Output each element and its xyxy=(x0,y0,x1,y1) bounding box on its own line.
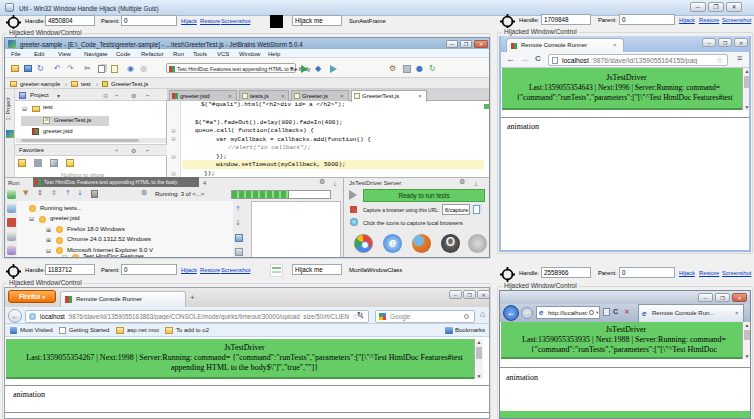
ws-favorites-settings-icon[interactable]: ⚙ xyxy=(131,146,136,155)
ws-help-icon[interactable]: ● xyxy=(416,64,423,73)
ws-run-tab[interactable]: Test HtmlDoc Features.test appending HTM… xyxy=(33,177,199,187)
hr1-handle-input[interactable]: 4850804 xyxy=(45,15,95,26)
cr-reload-icon[interactable]: C xyxy=(535,54,541,63)
ws-rerun-icon[interactable] xyxy=(7,190,16,199)
ie-compat-icon[interactable] xyxy=(603,308,610,316)
ws-redo-icon[interactable]: ↷ xyxy=(67,64,74,73)
hr3-screenshot-link[interactable]: Screenshot xyxy=(722,17,751,23)
cr-back-icon[interactable]: ← xyxy=(506,54,515,64)
ws-tab2-close-icon[interactable]: × xyxy=(281,93,285,99)
ws-fold-icon-2[interactable]: ⊖ xyxy=(171,135,176,142)
ws-menu-file[interactable]: File xyxy=(11,51,21,57)
ws-run-left-icon-2[interactable] xyxy=(7,204,16,213)
ff-search-box[interactable]: Google xyxy=(375,310,475,323)
ws-mid-down-icon[interactable]: ↓ xyxy=(235,219,241,228)
ws-save-icon[interactable] xyxy=(24,65,32,72)
hr2-screenshot-link[interactable]: Screenshot xyxy=(221,267,250,273)
ws-minimize-button[interactable]: ─ xyxy=(446,40,458,48)
ws-menu-help[interactable]: Help xyxy=(268,51,280,57)
ff-minimize-button[interactable]: ─ xyxy=(449,290,462,299)
ws-run-config-select[interactable]: Test HtmlDoc Features.test appending HTM… xyxy=(166,63,296,73)
ws-tree-feature-node[interactable]: Test HtmlDoc Features xyxy=(83,253,144,258)
ws-tree4-expander[interactable]: ⊟ xyxy=(46,247,51,254)
ie-back-button[interactable]: ← xyxy=(503,305,519,321)
ie-url-dropdown-icon[interactable]: ▾ xyxy=(596,310,598,315)
ws-mid-icon-3[interactable] xyxy=(235,234,243,242)
ff-close-button[interactable]: ✕ xyxy=(477,290,490,299)
ws-tool-strip-icon[interactable] xyxy=(6,130,14,138)
ws-browser-safari-icon[interactable] xyxy=(468,234,487,253)
ws-breadcrumb-file[interactable]: GreeterTest.js xyxy=(111,81,148,87)
ws-menu-window[interactable]: Window xyxy=(239,51,260,57)
app-minimize-button[interactable]: ─ xyxy=(690,2,706,12)
ff-bookmark-mostvisited[interactable]: Most Visited xyxy=(20,327,53,333)
ws-trash-icon[interactable] xyxy=(91,190,98,198)
ws-project-tool-label[interactable]: 1: Project xyxy=(5,97,11,120)
ws-open-icon[interactable] xyxy=(11,65,19,72)
ws-favorites-split-icon[interactable]: ÷ xyxy=(115,147,118,153)
ws-fav-add-icon[interactable] xyxy=(18,159,26,167)
ws-tab-greeter-js[interactable]: Greeter.js × xyxy=(291,90,349,101)
ws-expand-icon[interactable]: ⇳ xyxy=(51,189,57,198)
ws-run-left-icon-4[interactable] xyxy=(7,232,16,241)
ws-fav-stop-icon[interactable] xyxy=(34,159,42,167)
ie-search-icon[interactable] xyxy=(589,310,594,315)
ff-page-scrollbar[interactable]: ▲▼ xyxy=(474,339,483,379)
ws-tree-item-greetertest[interactable]: GreeterTest.js xyxy=(54,117,91,123)
ff-url-box[interactable]: localhost :9876/slave/id/1359055163863/p… xyxy=(25,310,369,323)
ff-app-button[interactable]: Firefox ▾ xyxy=(8,290,56,303)
ws-run-coverage-button[interactable] xyxy=(330,65,337,73)
ws-jstd-stop-icon[interactable] xyxy=(350,206,357,213)
ws-sync-icon[interactable]: ↻ xyxy=(37,64,44,73)
ws-jstd-run-button[interactable] xyxy=(349,190,357,200)
ws-fav-star-icon[interactable] xyxy=(66,159,74,167)
cr-star-icon[interactable]: ☆ xyxy=(716,56,723,65)
ws-project-settings-icon[interactable]: ⚙ xyxy=(131,91,136,100)
ie-maximize-button[interactable]: ❐ xyxy=(715,293,730,302)
ie-minimize-button[interactable]: ─ xyxy=(698,293,713,302)
ws-favorites-hide-icon[interactable]: ⌐ xyxy=(146,147,150,153)
ws-tree-chrome-node[interactable]: Chrome 24.0.1312.52 Windows xyxy=(67,236,151,242)
ws-tree3-expander[interactable]: ⊞ xyxy=(46,236,51,243)
hr4-screenshot-link[interactable]: Screenshot xyxy=(722,270,751,276)
ws-debug-button[interactable]: ◆ xyxy=(315,64,321,73)
hr1-hijack-me-input[interactable]: Hijack me xyxy=(292,15,342,26)
ws-project-collapse-icon[interactable]: ⊙ xyxy=(103,92,108,99)
ws-tab-greeter-jstd[interactable]: greeter.jstd × xyxy=(169,90,237,101)
ws-favorites-label[interactable]: Favorites xyxy=(19,147,44,153)
ws-browser-chrome-icon[interactable] xyxy=(354,234,373,253)
cr-maximize-button[interactable]: ❐ xyxy=(718,38,732,47)
ff-bookmark-gettingstarted[interactable]: Getting Started xyxy=(69,327,109,333)
ws-cut-icon[interactable]: ✂ xyxy=(84,64,91,73)
ws-sort-icon[interactable]: ↕ xyxy=(37,189,43,198)
cr-minimize-button[interactable]: ─ xyxy=(702,38,716,47)
hr3-handle-input[interactable]: 1709848 xyxy=(541,14,591,25)
hr1-parent-input[interactable]: 0 xyxy=(121,15,177,26)
ie-close-button[interactable]: ✕ xyxy=(732,293,747,302)
ws-mid-icon-4[interactable] xyxy=(235,248,243,256)
cr-menu-icon[interactable]: ≡ xyxy=(737,53,742,63)
hr4-restore-link[interactable]: Restore xyxy=(699,270,719,276)
hr2-handle-input[interactable]: 1183712 xyxy=(45,264,95,275)
ie-forward-button[interactable]: → xyxy=(521,307,533,319)
ws-fold-icon-1[interactable]: ⊖ xyxy=(171,127,176,134)
ws-browser-ie-icon[interactable]: e xyxy=(383,234,402,253)
ws-tree-item-test[interactable]: test xyxy=(43,104,53,110)
hr2-restore-link[interactable]: Restore xyxy=(200,267,220,273)
ws-tree2-expander[interactable]: ⊞ xyxy=(46,226,51,233)
ws-menu-refactor[interactable]: Refactor xyxy=(141,51,164,57)
ws-menu-navigate[interactable]: Navigate xyxy=(84,51,108,57)
ws-run-button[interactable] xyxy=(301,65,308,73)
ie-tab-close-icon[interactable]: × xyxy=(735,310,739,316)
hr2-parent-input[interactable]: 0 xyxy=(121,264,177,275)
ws-replace-icon[interactable]: ◎ xyxy=(140,64,147,73)
ff-bookmarks-button[interactable]: Bookmarks xyxy=(455,327,485,333)
ws-maximize-button[interactable]: ❐ xyxy=(460,40,472,48)
ie-stop-icon[interactable]: ✕ xyxy=(624,308,630,316)
ws-browser-opera-icon[interactable]: O xyxy=(441,234,460,253)
cr-tab[interactable]: Remote Console Runner × xyxy=(506,38,624,52)
ws-paste-icon[interactable] xyxy=(111,65,118,73)
ie-tab[interactable]: e Remote Console Run... × xyxy=(638,304,744,322)
ws-run-pin-icon[interactable]: ⊥ xyxy=(332,180,337,187)
ws-tab-greetertest-js[interactable]: GreeterTest.js × xyxy=(351,90,427,102)
